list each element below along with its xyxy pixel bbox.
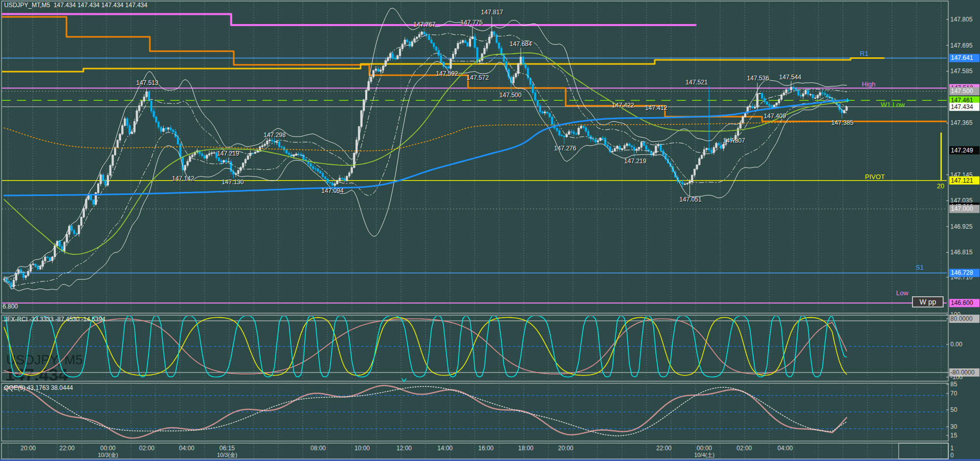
svg-text:0: 0 [950, 452, 954, 459]
svg-text:10:00: 10:00 [354, 445, 370, 452]
svg-text:-100: -100 [950, 374, 963, 381]
svg-text:147.365: 147.365 [950, 119, 973, 126]
svg-text:147.051: 147.051 [679, 196, 702, 203]
svg-text:20: 20 [937, 182, 944, 190]
svg-text:147.422: 147.422 [612, 102, 634, 109]
svg-text:147.805: 147.805 [950, 16, 973, 23]
svg-text:20:00: 20:00 [558, 445, 573, 452]
svg-text:147.276: 147.276 [554, 145, 576, 152]
svg-text:02:00: 02:00 [737, 445, 752, 452]
svg-text:00:00: 00:00 [697, 445, 712, 452]
spread-value-label: 6.800 [3, 303, 18, 310]
svg-text:146.815: 146.815 [950, 249, 973, 256]
chart-title-ohlc: USDJPY_MT,M5 147.434 147.434 147.434 147… [4, 2, 147, 9]
svg-text:147.298: 147.298 [263, 131, 286, 139]
svg-text:147.585: 147.585 [950, 68, 973, 75]
svg-text:147.434: 147.434 [951, 103, 973, 111]
qqe-indicator-title: QQE(5) 43.1763 38.0444 [4, 384, 73, 391]
svg-text:06:15: 06:15 [219, 445, 235, 452]
svg-text:147.572: 147.572 [466, 74, 489, 81]
mt4-chart-window: { "window": { "title_line": "USDJPY_MT,M… [0, 0, 980, 461]
svg-text:147.307: 147.307 [723, 137, 745, 144]
svg-text:147.767: 147.767 [413, 21, 436, 28]
svg-text:1: 1 [950, 445, 954, 452]
svg-text:147.219: 147.219 [217, 150, 239, 157]
svg-text:146.728: 146.728 [951, 269, 973, 276]
svg-text:147.500: 147.500 [499, 92, 522, 99]
svg-text:147.219: 147.219 [624, 158, 647, 165]
svg-text:Low: Low [896, 289, 908, 297]
svg-text:08:00: 08:00 [310, 445, 326, 452]
svg-text:10/3(金): 10/3(金) [217, 452, 237, 458]
svg-text:147.121: 147.121 [951, 177, 973, 184]
svg-text:W pp: W pp [920, 298, 937, 306]
svg-text:147.817: 147.817 [481, 9, 503, 16]
svg-text:04:00: 04:00 [179, 445, 194, 452]
svg-text:146.600: 146.600 [951, 299, 973, 306]
svg-text:80.0000: 80.0000 [950, 315, 973, 322]
time-axis[interactable]: 20:0022:0000:0010/3(金)02:0004:0006:1510/… [2, 443, 897, 459]
svg-text:147.684: 147.684 [509, 40, 532, 48]
svg-text:W1 Low: W1 Low [881, 101, 905, 108]
svg-text:147.536: 147.536 [747, 75, 769, 82]
svg-text:0.00: 0.00 [950, 341, 963, 348]
svg-text:50: 50 [950, 406, 957, 413]
svg-text:147.409: 147.409 [764, 113, 786, 120]
svg-text:147.130: 147.130 [221, 179, 244, 186]
svg-text:12:00: 12:00 [396, 445, 412, 452]
svg-text:PIVOT: PIVOT [865, 173, 885, 181]
svg-text:147.775: 147.775 [460, 19, 483, 26]
svg-text:147.094: 147.094 [321, 187, 344, 194]
svg-text:70: 70 [950, 390, 957, 397]
svg-text:147.695: 147.695 [950, 42, 973, 49]
svg-text:147.592: 147.592 [436, 70, 458, 77]
svg-text:22:00: 22:00 [656, 445, 672, 452]
svg-text:147.142: 147.142 [172, 175, 194, 182]
svg-text:22:00: 22:00 [59, 445, 75, 452]
svg-text:30: 30 [950, 423, 957, 430]
svg-text:147.521: 147.521 [685, 79, 708, 86]
svg-text:S1: S1 [916, 264, 924, 271]
svg-text:147.500: 147.500 [951, 87, 973, 95]
svg-text:02:00: 02:00 [139, 445, 154, 452]
svg-text:00:00: 00:00 [100, 445, 116, 452]
svg-text:147.513: 147.513 [136, 79, 159, 86]
svg-text:04:00: 04:00 [777, 445, 793, 452]
svg-text:147.249: 147.249 [951, 147, 973, 154]
svg-text:R1: R1 [860, 50, 868, 57]
svg-text:147.385: 147.385 [831, 119, 854, 126]
svg-text:18:00: 18:00 [518, 445, 533, 452]
svg-text:147.000: 147.000 [951, 205, 973, 212]
svg-text:20:00: 20:00 [20, 445, 36, 452]
svg-text:147.641: 147.641 [951, 54, 973, 61]
price-chart-canvas[interactable]: USDJPY, M5147.434147.513147.513147.76714… [0, 0, 980, 461]
svg-text:10/4(土): 10/4(土) [694, 452, 715, 458]
svg-text:147.412: 147.412 [645, 104, 667, 112]
svg-text:147.544: 147.544 [779, 74, 801, 81]
svg-text:High: High [862, 80, 876, 88]
svg-text:14:00: 14:00 [437, 445, 453, 452]
svg-text:16:00: 16:00 [478, 445, 494, 452]
svg-text:15: 15 [950, 432, 957, 439]
rci-indicator-title: JFX-RCI -33.3333 -87.4530 -14.5394 [4, 316, 105, 323]
svg-text:85: 85 [950, 381, 957, 388]
svg-text:10/3(金): 10/3(金) [98, 452, 118, 458]
svg-text:146.925: 146.925 [950, 223, 973, 230]
